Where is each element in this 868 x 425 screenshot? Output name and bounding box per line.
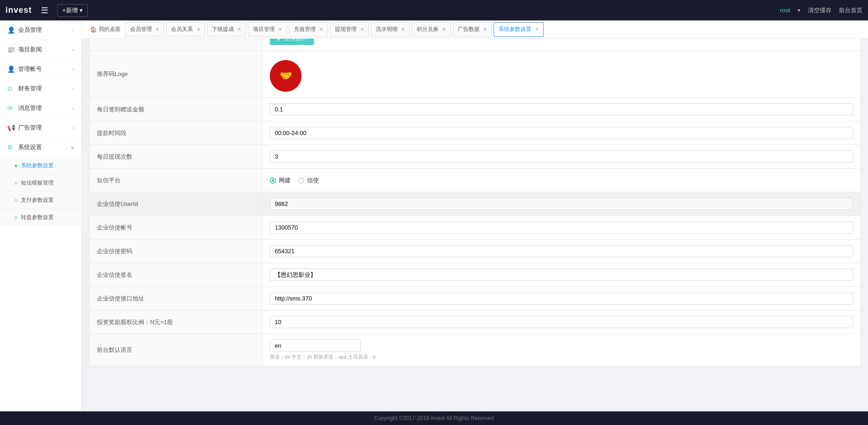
invest-ratio-input[interactable] [270,316,853,328]
form-label-enterprise-userid: 企业信使UserId [90,192,262,215]
sidebar-item-sys-params[interactable]: 系统参数设置 [0,157,81,175]
sidebar-item-member[interactable]: 👤 会员管理 › [0,20,81,40]
arrow-member: › [72,27,74,33]
sidebar-item-sms-tpl[interactable]: 短信模板管理 [0,175,81,192]
form-label-enterprise-api: 企业信使接口地址 [90,287,262,310]
tab-project[interactable]: 项目管理 ✕ [248,22,287,37]
form-label-invest-ratio: 投资奖励股权比例：N元=1股 [90,310,262,334]
main-content: 🏠 我的桌面 会员管理 ✕ 会员关系 ✕ 下线提成 ✕ 项目管理 ✕ 充值管理 … [82,0,868,374]
tab-close-ad[interactable]: ✕ [483,27,487,32]
daily-withdraw-input[interactable] [270,150,853,163]
tab-sys-params[interactable]: 系统参数设置 ✕ [494,22,544,37]
form-value-enterprise-sign [262,263,860,286]
arrow-account: › [72,66,74,72]
form-value-enterprise-account [262,216,860,239]
tab-close-downline[interactable]: ✕ [237,27,241,32]
sys-params-label: 系统参数设置 [21,162,54,170]
form-value-default-lang: 英语：en 中文：zh 西班牙语：spa 土耳其语：tr [262,334,860,366]
withdraw-time-input[interactable] [270,127,853,139]
default-lang-input[interactable] [270,340,361,352]
hamburger-button[interactable]: ☰ [37,4,52,17]
sidebar-item-account[interactable]: 👤 管理帐号 › [0,60,81,79]
header-right: root ▾ 清空缓存 前台首页 [780,6,863,15]
sidebar-item-wheel-params[interactable]: 转盘参数设置 [0,209,81,226]
form-label-withdraw-time: 提款时间段 [90,121,262,145]
sms-radio-group: 网建 信使 [270,176,319,185]
form-value-sms: 网建 信使 [262,169,860,192]
sidebar-item-message[interactable]: ✉ 消息管理 › [0,99,81,118]
sidebar: 👤 会员管理 › 📰 项目新闻 › 👤 管理帐号 › ⊙ 财务管理 › ✉ 消息… [0,20,82,374]
form-row-sms: 短信平台 网建 信使 [90,169,860,192]
form-label-daily-sign: 每日签到赠送金额 [90,98,262,121]
clear-cache-btn[interactable]: 清空缓存 [808,6,832,15]
wheel-params-label: 转盘参数设置 [21,214,54,221]
app-title: invest [5,5,32,15]
tab-close-member[interactable]: ✕ [156,27,159,32]
tab-close-project[interactable]: ✕ [278,27,282,32]
sidebar-item-finance[interactable]: ⊙ 财务管理 › [0,79,81,99]
home-icon: 🏠 [90,26,97,33]
arrow-message: › [72,105,74,111]
front-page-btn[interactable]: 前台首页 [839,6,863,15]
page-content: ⬆ 上传图片 推荐码Loge 🤝 [82,18,868,374]
form-row-enterprise-password: 企业信使密码 [90,240,860,263]
ad-icon: 📢 [7,124,15,131]
svg-text:🤝: 🤝 [280,70,293,82]
tab-home-label: 我的桌面 [99,25,121,33]
radio-wangjian-label: 网建 [279,176,291,185]
form-row-enterprise-sign: 企业信使签名 [90,263,860,287]
tab-recharge[interactable]: 充值管理 ✕ [289,22,328,37]
radio-xinshi[interactable]: 信使 [298,176,319,185]
add-new-button[interactable]: +新增 ▾ [57,4,88,17]
dropdown-icon: ▾ [797,7,801,14]
form-row-enterprise-api: 企业信使接口地址 [90,287,860,310]
tab-flow[interactable]: 流水明细 ✕ [371,22,410,37]
form-label-sms: 短信平台 [90,169,262,192]
form-value-invest-ratio [262,310,860,334]
dot-pay-params [15,199,17,202]
sidebar-item-system[interactable]: ⚙ 系统设置 ∨ [0,138,81,157]
user-link[interactable]: root [780,7,790,14]
sms-tpl-label: 短信模板管理 [21,179,54,187]
form-label-enterprise-password: 企业信使密码 [90,240,262,263]
tab-close-sys[interactable]: ✕ [535,27,539,32]
arrow-finance: › [72,86,74,91]
tab-member-rel[interactable]: 会员关系 ✕ [166,22,205,37]
tabs-bar: 🏠 我的桌面 会员管理 ✕ 会员关系 ✕ 下线提成 ✕ 项目管理 ✕ 充值管理 … [82,20,868,39]
tab-close-flow[interactable]: ✕ [401,27,405,32]
radio-wangjian[interactable]: 网建 [270,176,291,185]
enterprise-sign-input[interactable] [270,269,853,281]
dot-sms-tpl [15,182,17,185]
radio-wangjian-circle [270,177,276,184]
sidebar-label-finance: 财务管理 [18,85,72,93]
tab-downline[interactable]: 下线提成 ✕ [207,22,246,37]
top-header: invest ☰ +新增 ▾ root ▾ 清空缓存 前台首页 [0,0,868,20]
form-table: ⬆ 上传图片 推荐码Loge 🤝 [89,25,861,366]
form-value-daily-withdraw [262,145,860,168]
form-label-daily-withdraw: 每日提现次数 [90,145,262,168]
tab-close-member-rel[interactable]: ✕ [197,27,200,32]
tab-ad-data[interactable]: 广告数据 ✕ [453,22,492,37]
enterprise-account-input[interactable] [270,221,853,234]
tab-member-mgr[interactable]: 会员管理 ✕ [125,22,164,37]
daily-sign-input[interactable] [270,103,853,115]
tab-close-withdraw[interactable]: ✕ [360,27,364,32]
tab-close-points[interactable]: ✕ [442,27,446,32]
form-label-enterprise-account: 企业信使帐号 [90,216,262,239]
tab-points[interactable]: 积分兑换 ✕ [412,22,451,37]
sidebar-item-news[interactable]: 📰 项目新闻 › [0,40,81,60]
enterprise-password-input[interactable] [270,245,853,257]
sidebar-label-member: 会员管理 [18,26,72,34]
enterprise-api-input[interactable] [270,292,853,305]
sidebar-item-pay-params[interactable]: 支付参数设置 [0,192,81,209]
form-row-enterprise-userid: 企业信使UserId [90,192,860,216]
dot-wheel-params [15,216,17,219]
arrow-ad: › [72,125,74,130]
message-icon: ✉ [7,105,15,112]
enterprise-userid-input[interactable] [270,198,853,210]
tab-close-recharge[interactable]: ✕ [319,27,323,32]
arrow-system: ∨ [71,145,74,150]
tab-withdraw[interactable]: 提现管理 ✕ [330,22,369,37]
tab-home[interactable]: 🏠 我的桌面 [86,22,125,37]
sidebar-item-ad[interactable]: 📢 广告管理 › [0,118,81,138]
